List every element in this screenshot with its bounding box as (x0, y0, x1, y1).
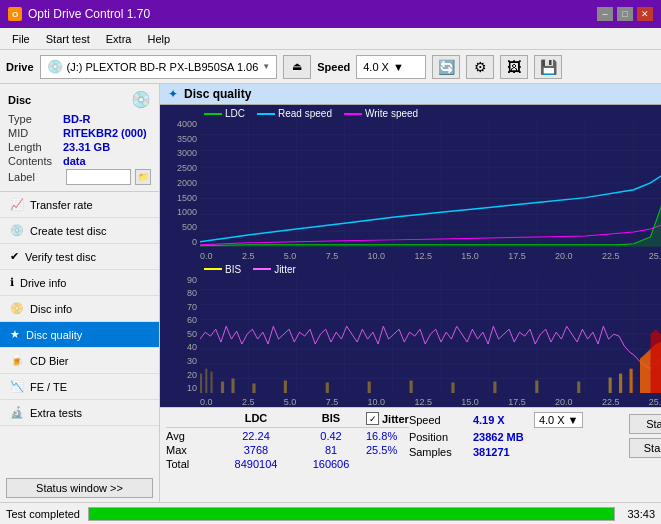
sidebar-item-disc-info[interactable]: 📀 Disc info (0, 296, 159, 322)
y-label: 70 (187, 302, 197, 312)
total-label: Total (166, 458, 216, 470)
progress-bar (88, 507, 615, 521)
position-row: Position 23862 MB (409, 431, 629, 443)
status-time: 33:43 (627, 508, 655, 520)
speed-label: Speed (317, 61, 350, 73)
disc-label-row: Label 📁 (8, 169, 151, 185)
jitter-checkbox[interactable]: ✓ (366, 412, 379, 425)
avg-label: Avg (166, 430, 216, 442)
top-chart-y-left: 4000 3500 3000 2500 2000 1500 1000 500 0 (160, 119, 200, 247)
avg-bis: 0.42 (296, 430, 366, 442)
y-label: 2500 (177, 163, 197, 173)
position-label: Position (409, 431, 467, 443)
speed-row: Speed 4.19 X 4.0 X ▼ (409, 412, 629, 428)
read-speed-legend-label: Read speed (278, 108, 332, 119)
y-label: 2000 (177, 178, 197, 188)
minimize-button[interactable]: – (597, 7, 613, 21)
disc-label-key: Label (8, 171, 62, 183)
stats-total-row: Total 8490104 160606 (166, 458, 409, 470)
speed-combo-value: 4.0 X (539, 414, 565, 426)
bottom-chart-svg (200, 275, 661, 393)
sidebar-item-label: Extra tests (30, 407, 82, 419)
sidebar-item-create-test-disc[interactable]: 💿 Create test disc (0, 218, 159, 244)
max-label: Max (166, 444, 216, 456)
bottom-chart-legend: BIS Jitter (204, 264, 296, 275)
drive-selector[interactable]: 💿 (J:) PLEXTOR BD-R PX-LB950SA 1.06 ▼ (40, 55, 278, 79)
settings-button[interactable]: ⚙ (466, 55, 494, 79)
x-label: 7.5 (326, 251, 339, 261)
speed-combo-arrow: ▼ (568, 414, 579, 426)
maximize-button[interactable]: □ (617, 7, 633, 21)
fe-te-icon: 📉 (10, 380, 24, 393)
y-label: 4000 (177, 119, 197, 129)
svg-rect-54 (630, 368, 633, 393)
total-ldc: 8490104 (216, 458, 296, 470)
jitter-header: Jitter (382, 413, 409, 425)
x-label: 17.5 (508, 397, 526, 407)
sidebar-item-fe-te[interactable]: 📉 FE / TE (0, 374, 159, 400)
y-label: 0 (192, 237, 197, 247)
start-part-button[interactable]: Start part (629, 438, 661, 458)
svg-rect-51 (577, 381, 580, 393)
close-button[interactable]: ✕ (637, 7, 653, 21)
image-icon: 🖼 (507, 59, 521, 75)
top-chart-x-axis: 0.0 2.5 5.0 7.5 10.0 12.5 15.0 17.5 20.0… (200, 251, 661, 261)
svg-marker-40 (650, 329, 661, 393)
disc-label-input[interactable] (66, 169, 131, 185)
eject-button[interactable]: ⏏ (283, 55, 311, 79)
sidebar-item-label: Disc info (30, 303, 72, 315)
sidebar-item-extra-tests[interactable]: 🔬 Extra tests (0, 400, 159, 426)
sidebar-item-verify-test-disc[interactable]: ✔ Verify test disc (0, 244, 159, 270)
svg-rect-53 (619, 373, 622, 393)
x-label: 12.5 (414, 397, 432, 407)
speed-combo-box[interactable]: 4.0 X ▼ (534, 412, 584, 428)
y-label: 3500 (177, 134, 197, 144)
y-label: 500 (182, 222, 197, 232)
menu-extra[interactable]: Extra (98, 31, 140, 47)
refresh-button[interactable]: 🔄 (432, 55, 460, 79)
sidebar-item-cd-bier[interactable]: 🍺 CD Bier (0, 348, 159, 374)
speed-selector[interactable]: 4.0 X ▼ (356, 55, 426, 79)
stats-area: LDC BIS ✓ Jitter Avg 22.24 0.42 16.8% Ma (160, 407, 661, 502)
disc-quality-title: Disc quality (184, 87, 251, 101)
samples-row: Samples 381271 (409, 446, 629, 458)
disc-quality-icon: ★ (10, 328, 20, 341)
disc-label-browse-button[interactable]: 📁 (135, 169, 151, 185)
ldc-legend: LDC (204, 108, 245, 119)
samples-value: 381271 (473, 446, 510, 458)
image-button[interactable]: 🖼 (500, 55, 528, 79)
x-label: 25.0 GB (649, 397, 661, 407)
speed-stat-label: Speed (409, 414, 467, 426)
app-title: Opti Drive Control 1.70 (28, 7, 150, 21)
svg-rect-48 (451, 382, 454, 393)
x-label: 20.0 (555, 397, 573, 407)
menu-file[interactable]: File (4, 31, 38, 47)
disc-panel: Disc 💿 Type BD-R MID RITEKBR2 (000) Leng… (0, 84, 159, 192)
disc-type-key: Type (8, 113, 63, 125)
start-full-button[interactable]: Start full (629, 414, 661, 434)
speed-dropdown-arrow: ▼ (393, 61, 404, 73)
menu-help[interactable]: Help (139, 31, 178, 47)
svg-rect-43 (252, 383, 255, 393)
x-label: 10.0 (368, 397, 386, 407)
y-label: 50 (187, 329, 197, 339)
statusbar: Test completed 33:43 (0, 502, 661, 524)
y-label: 90 (187, 275, 197, 285)
app-icon: O (8, 7, 22, 21)
sidebar-item-transfer-rate[interactable]: 📈 Transfer rate (0, 192, 159, 218)
sidebar-item-label: Disc quality (26, 329, 82, 341)
disc-length-key: Length (8, 141, 63, 153)
sidebar: Disc 💿 Type BD-R MID RITEKBR2 (000) Leng… (0, 84, 160, 502)
status-window-button[interactable]: Status window >> (6, 478, 153, 498)
menu-start-test[interactable]: Start test (38, 31, 98, 47)
save-button[interactable]: 💾 (534, 55, 562, 79)
jitter-legend-color (253, 268, 271, 270)
jitter-header-wrapper: ✓ Jitter (366, 412, 409, 425)
sidebar-item-drive-info[interactable]: ℹ Drive info (0, 270, 159, 296)
disc-quality-header-icon: ✦ (168, 87, 178, 101)
x-label: 22.5 (602, 251, 620, 261)
stats-table: LDC BIS ✓ Jitter Avg 22.24 0.42 16.8% Ma (166, 412, 409, 498)
sidebar-item-disc-quality[interactable]: ★ Disc quality (0, 322, 159, 348)
avg-ldc: 22.24 (216, 430, 296, 442)
disc-length-val: 23.31 GB (63, 141, 110, 153)
